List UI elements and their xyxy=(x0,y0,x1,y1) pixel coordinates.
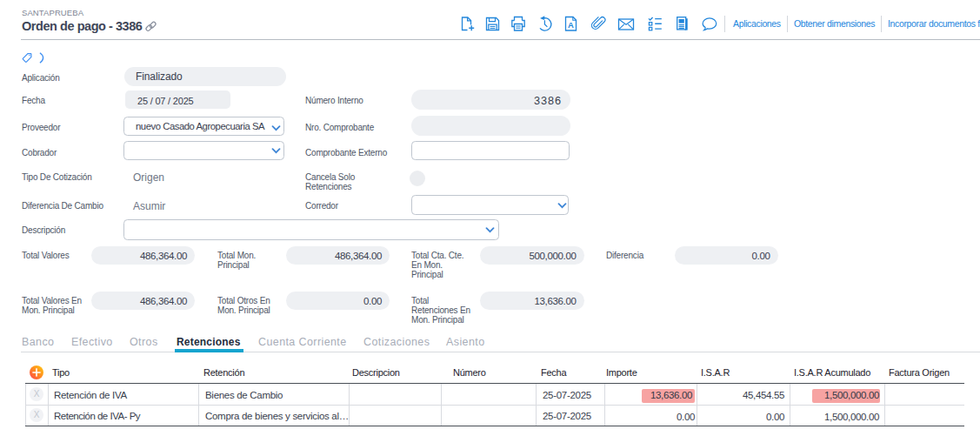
svg-text:A: A xyxy=(568,20,574,30)
